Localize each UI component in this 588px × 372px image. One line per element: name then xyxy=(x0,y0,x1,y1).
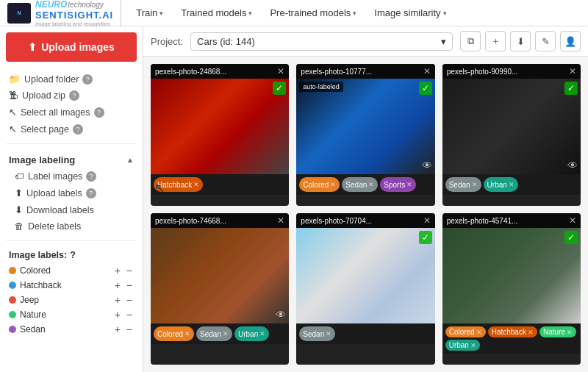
select-all-info: ? xyxy=(94,107,104,118)
edit-project-button[interactable]: ✎ xyxy=(535,31,556,51)
label-images-item[interactable]: 🏷 Label images ? xyxy=(6,168,137,185)
image-card-5[interactable]: pexels-photo-45741... ✕ ✓ Colored ✕ Hatc… xyxy=(442,213,581,365)
tag-colored-3[interactable]: Colored ✕ xyxy=(154,326,194,341)
copy-project-button[interactable]: ⧉ xyxy=(460,31,481,51)
project-select[interactable]: Cars (id: 144) ▾ xyxy=(190,32,453,51)
card-tags-3: Colored ✕ Sedan ✕ Urban ✕ xyxy=(151,323,289,344)
tag-urban-5[interactable]: Urban ✕ xyxy=(445,340,480,351)
card-close-5[interactable]: ✕ xyxy=(569,215,576,226)
collapse-icon[interactable]: ▲ xyxy=(126,156,134,164)
download-labels-item[interactable]: ⬇ Download labels xyxy=(6,201,137,218)
tag-sedan-1[interactable]: Sedan ✕ xyxy=(342,177,378,192)
upload-labels-item[interactable]: ⬆ Upload labels ? xyxy=(6,185,137,201)
card-filename-4: pexels-photo-70704... xyxy=(301,217,372,225)
select-page-item[interactable]: ↖ Select page ? xyxy=(6,121,137,137)
card-eye-3[interactable]: 👁 xyxy=(276,309,286,321)
add-project-button[interactable]: ＋ xyxy=(485,31,506,51)
sidebar: ⬆ Upload images 📁 Upload folder ? 🗜 Uplo… xyxy=(0,26,143,372)
logo-name: SENTISIGHT.AI xyxy=(35,10,113,21)
upload-label-icon: ⬆ xyxy=(15,187,23,198)
colored-add[interactable]: + xyxy=(113,265,122,276)
upload-zip-item[interactable]: 🗜 Upload zip ? xyxy=(6,87,137,104)
logo-technology: technology xyxy=(68,1,103,9)
label-jeep: Jeep + − xyxy=(6,293,137,307)
jeep-add[interactable]: + xyxy=(113,295,122,305)
colored-remove[interactable]: − xyxy=(125,265,134,276)
card-eye-2[interactable]: 👁 xyxy=(567,160,578,171)
tag-colored-5[interactable]: Colored ✕ xyxy=(445,326,486,337)
card-filename-0: pexels-photo-24868... xyxy=(155,68,226,76)
auto-label-badge-1: auto-labeled xyxy=(299,82,343,92)
delete-labels-item[interactable]: 🗑 Delete labels xyxy=(6,218,137,235)
select-icon: ↖ xyxy=(9,107,17,118)
hatchback-remove[interactable]: − xyxy=(125,280,134,290)
label-sedan: Sedan + − xyxy=(6,322,137,337)
image-card-3[interactable]: pexels-photo-74668... ✕ 👁 Colored ✕ Seda… xyxy=(151,213,289,365)
tag-nature-5[interactable]: Nature ✕ xyxy=(539,326,576,337)
select-all-images-item[interactable]: ↖ Select all images ? xyxy=(6,104,137,121)
label-images-info: ? xyxy=(86,171,96,182)
card-filename-1: pexels-photo-10777... xyxy=(301,68,372,76)
card-header-1: pexels-photo-10777... ✕ xyxy=(296,64,434,79)
card-check-0: ✓ xyxy=(273,82,286,95)
tag-colored-1[interactable]: Colored ✕ xyxy=(299,177,340,192)
labeling-section: Image labeling ▲ 🏷 Label images ? ⬆ Uplo… xyxy=(0,147,143,237)
jeep-remove[interactable]: − xyxy=(125,295,134,305)
colored-dot xyxy=(9,267,16,274)
hatchback-dot xyxy=(9,282,16,289)
hatchback-add[interactable]: + xyxy=(113,280,122,290)
tag-hatchback-0[interactable]: Hatchback ✕ xyxy=(154,177,203,192)
tag-sports-1[interactable]: Sports ✕ xyxy=(380,177,416,192)
tag-urban-3[interactable]: Urban ✕ xyxy=(234,326,269,341)
logo-brand: NEURO xyxy=(35,0,67,10)
image-card-2[interactable]: pexels-photo-90990... ✕ ✓ 👁 Sedan ✕ Urba… xyxy=(442,64,581,206)
similarity-arrow: ▾ xyxy=(443,10,447,17)
select-page-info: ? xyxy=(73,124,83,135)
upload-icon: ⬆ xyxy=(28,41,37,53)
nature-remove[interactable]: − xyxy=(125,310,134,320)
tag-sedan-2[interactable]: Sedan ✕ xyxy=(445,177,481,192)
upload-folder-item[interactable]: 📁 Upload folder ? xyxy=(6,71,137,87)
image-grid: pexels-photo-24868... ✕ ✓ Hatchback ✕ pe… xyxy=(143,57,588,372)
nature-actions: + − xyxy=(113,310,134,320)
sedan-remove[interactable]: − xyxy=(125,324,134,335)
image-labels-info: ? xyxy=(70,250,76,260)
sedan-add[interactable]: + xyxy=(113,324,122,335)
card-filename-3: pexels-photo-74668... xyxy=(155,217,226,225)
card-close-3[interactable]: ✕ xyxy=(277,215,284,226)
card-close-1[interactable]: ✕ xyxy=(423,66,431,76)
card-header-4: pexels-photo-70704... ✕ xyxy=(296,213,434,228)
nav-menu: Train ▾ Trained models ▾ Pre-trained mod… xyxy=(129,4,581,21)
tag-sedan-4[interactable]: Sedan ✕ xyxy=(299,326,335,341)
project-actions: ⧉ ＋ ⬇ ✎ 👤 xyxy=(460,31,581,51)
image-card-0[interactable]: pexels-photo-24868... ✕ ✓ Hatchback ✕ xyxy=(151,64,289,206)
page-icon: ↖ xyxy=(9,124,17,135)
nature-add[interactable]: + xyxy=(113,310,122,320)
jeep-dot xyxy=(9,296,16,304)
card-close-0[interactable]: ✕ xyxy=(277,66,284,76)
card-header-0: pexels-photo-24868... ✕ xyxy=(151,64,289,79)
nav-image-similarity[interactable]: Image similarity ▾ xyxy=(367,4,453,21)
card-close-2[interactable]: ✕ xyxy=(569,66,576,76)
upload-images-button[interactable]: ⬆ Upload images xyxy=(6,32,137,62)
nav-trained-models[interactable]: Trained models ▾ xyxy=(173,4,259,21)
tag-sedan-3[interactable]: Sedan ✕ xyxy=(196,326,232,341)
download-project-button[interactable]: ⬇ xyxy=(510,31,531,51)
select-chevron: ▾ xyxy=(441,36,446,47)
zip-icon: 🗜 xyxy=(9,90,18,101)
logo-area: N NEURO technology SENTISIGHT.AI Image l… xyxy=(7,0,121,27)
user-project-button[interactable]: 👤 xyxy=(560,31,581,51)
layout: ⬆ Upload images 📁 Upload folder ? 🗜 Uplo… xyxy=(0,26,588,372)
tag-hatchback-5[interactable]: Hatchback ✕ xyxy=(488,326,537,337)
download-icon: ⬇ xyxy=(15,204,23,215)
image-card-1[interactable]: pexels-photo-10777... ✕ auto-labeled ✓ 👁… xyxy=(296,64,434,206)
image-labels-section: Image labels: ? Colored + − Hatchback + xyxy=(0,244,143,340)
tag-urban-2[interactable]: Urban ✕ xyxy=(484,177,518,192)
card-eye-1[interactable]: 👁 xyxy=(422,160,432,171)
nav-train[interactable]: Train ▾ xyxy=(129,4,171,21)
label-hatchback: Hatchback + − xyxy=(6,278,137,293)
image-card-4[interactable]: pexels-photo-70704... ✕ ✓ Sedan ✕ xyxy=(296,213,434,365)
card-close-4[interactable]: ✕ xyxy=(423,215,431,226)
label-colored: Colored + − xyxy=(6,263,137,278)
nav-pretrained-models[interactable]: Pre-trained models ▾ xyxy=(262,4,364,21)
